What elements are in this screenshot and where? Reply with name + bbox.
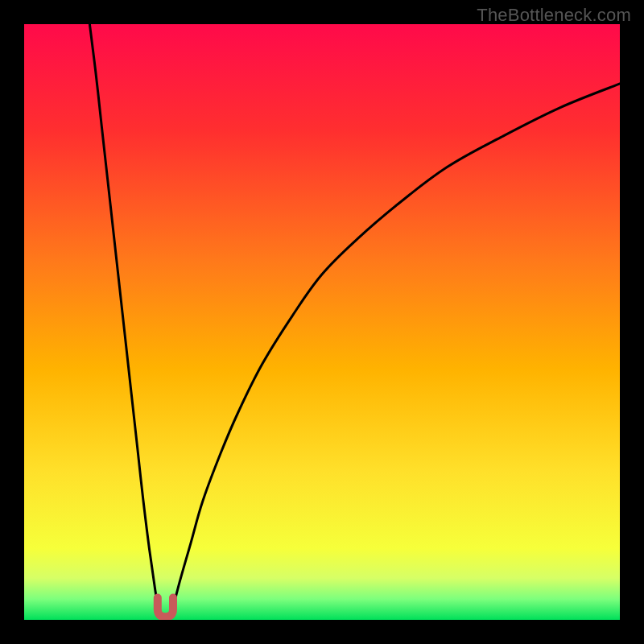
gradient-background xyxy=(24,24,620,620)
outer-frame: TheBottleneck.com xyxy=(0,0,644,644)
watermark-text: TheBottleneck.com xyxy=(477,5,631,26)
plot-area xyxy=(24,24,620,620)
chart-svg xyxy=(24,24,620,620)
